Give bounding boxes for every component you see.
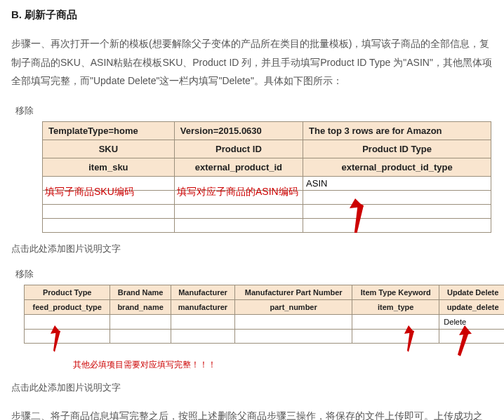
t2-data-c2 [110, 314, 171, 329]
t1-r1c1: TemplateType=home [43, 121, 175, 140]
t2-r2c2: brand_name [110, 299, 171, 314]
t2-r2c6: update_delete [439, 299, 504, 314]
arrow-icon [49, 325, 65, 353]
remove-label-2: 移除 [15, 268, 493, 280]
arrow-icon [403, 325, 418, 353]
overlay-asin-hint: 填写对应子商品的ASIN编码 [177, 186, 298, 198]
t1-r2c3: Product ID Type [303, 140, 491, 158]
caption-1[interactable]: 点击此处添加图片说明文字 [11, 243, 493, 255]
asin-value: ASIN [306, 178, 327, 189]
t1-r1c2: Version=2015.0630 [174, 121, 303, 140]
arrow-icon [455, 325, 475, 358]
t1-r3c1: item_sku [43, 158, 175, 176]
t1-r1c3: The top 3 rows are for Amazon [303, 121, 491, 140]
t1-r3c3: external_product_id_type [303, 158, 491, 176]
remove-label-1: 移除 [15, 104, 493, 117]
t2-r2c1: feed_product_type [25, 299, 110, 314]
caption-2[interactable]: 点击此处添加图片说明文字 [11, 381, 493, 394]
template-table-1: TemplateType=home Version=2015.0630 The … [42, 121, 491, 233]
t2-r1c5: Item Type Keyword [352, 285, 439, 299]
svg-marker-1 [350, 198, 364, 208]
svg-marker-5 [404, 325, 414, 334]
t2-r2c5: item_type [352, 299, 439, 314]
template-table-2: Product Type Brand Name Manufacturer Man… [24, 285, 504, 344]
t1-r2c1: SKU [43, 140, 175, 158]
t1-data-pidtype: ASIN [303, 176, 491, 190]
t1-r3c2: external_product_id [174, 158, 303, 176]
t2-r2c3: manufacturer [171, 299, 235, 314]
t2-r1c3: Manufacturer [171, 285, 235, 299]
svg-marker-3 [51, 325, 60, 334]
table2-container: Product Type Brand Name Manufacturer Man… [24, 285, 504, 372]
t2-r1c4: Manufacturer Part Number [235, 285, 352, 299]
t2-data-c3 [171, 314, 235, 329]
section-title: B. 刷新子商品 [11, 8, 493, 22]
arrow-icon [350, 198, 371, 233]
t1-r2c2: Product ID [174, 140, 303, 158]
table1-container: TemplateType=home Version=2015.0630 The … [42, 121, 491, 233]
t2-data-c4 [235, 314, 352, 329]
step2-paragraph: 步骤二、将子商品信息填写完整之后，按照上述删除父商品步骤三操作，将保存的文件上传… [11, 407, 493, 420]
svg-marker-7 [459, 325, 472, 335]
t2-r2c4: part_number [235, 299, 352, 314]
step1-paragraph: 步骤一、再次打开一个新的模板(想要解除父子变体的产品所在类目的批量模板)，填写该… [11, 34, 493, 90]
t2-r1c2: Brand Name [110, 285, 171, 299]
t2-r1c6: Update Delete [439, 285, 504, 299]
overlay-sku-hint: 填写子商品SKU编码 [45, 186, 134, 198]
t2-data-c5 [352, 314, 439, 329]
table2-footnote: 其他必填项目需要对应填写完整！！！ [73, 359, 216, 371]
t2-r1c1: Product Type [25, 285, 110, 299]
t2-data-c1 [25, 314, 110, 329]
